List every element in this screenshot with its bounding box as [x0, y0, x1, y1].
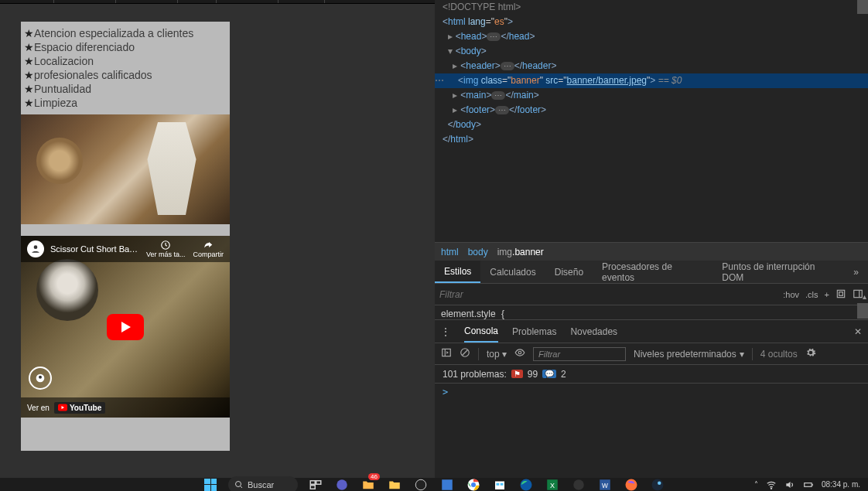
sidebar-toggle-icon[interactable] — [853, 288, 863, 301]
channel-logo-icon[interactable] — [29, 367, 52, 390]
barber-image — [21, 114, 230, 224]
devtools-panel: <!DOCTYPE html> <html lang="es"> ▸<head>… — [435, 0, 868, 478]
log-levels[interactable]: Niveles predeterminados ▾ — [634, 349, 744, 360]
dom-body[interactable]: ▾<body> — [435, 44, 868, 59]
styles-filter-input[interactable] — [439, 289, 783, 300]
dom-header[interactable]: ▸<header>⋯</header> — [435, 59, 868, 73]
tab-diseno[interactable]: Diseño — [545, 261, 593, 283]
task-view-icon[interactable] — [307, 476, 324, 492]
steam-icon[interactable] — [649, 476, 666, 492]
dom-head[interactable]: ▸<head>⋯</head> — [435, 29, 868, 44]
scrollbar[interactable] — [857, 0, 868, 14]
dom-footer[interactable]: ▸<footer>⋯</footer> — [435, 103, 868, 118]
app-icon[interactable] — [570, 476, 587, 492]
youtube-link[interactable]: YouTube — [54, 402, 105, 414]
svg-point-13 — [518, 351, 521, 354]
chrome-icon[interactable] — [465, 476, 482, 492]
list-item: ★Puntualidad — [21, 82, 230, 96]
svg-rect-18 — [310, 485, 315, 489]
tab-puntos[interactable]: Puntos de interrupción DOM — [713, 261, 844, 283]
app-icon[interactable] — [439, 476, 456, 492]
context-selector[interactable]: top ▾ — [487, 349, 507, 360]
problems-bar[interactable]: 101 problemas: ⚑99 💬2 — [435, 365, 868, 384]
tab-consola[interactable]: Consola — [464, 320, 498, 343]
list-item: ★profesionales calificados — [21, 68, 230, 82]
new-rule-icon[interactable]: + — [825, 290, 829, 299]
dom-html[interactable]: <html lang="es"> — [435, 15, 868, 29]
scrollbar[interactable] — [857, 303, 868, 319]
elements-tree[interactable]: <!DOCTYPE html> <html lang="es"> ▸<head>… — [435, 0, 868, 242]
excel-icon[interactable]: X — [544, 476, 561, 492]
firefox-icon[interactable] — [623, 476, 640, 492]
tab-estilos[interactable]: Estilos — [435, 261, 480, 283]
system-tray[interactable]: ˄ 08:34 p. m. — [754, 479, 860, 490]
dom-html-close[interactable]: </html> — [435, 132, 868, 147]
share-button[interactable]: Compartir — [193, 240, 224, 258]
store-icon[interactable] — [491, 476, 508, 492]
app-icon[interactable] — [412, 476, 429, 492]
console-filter-input[interactable]: Filtrar — [533, 347, 626, 361]
crumb-body[interactable]: body — [468, 247, 488, 257]
youtube-embed[interactable]: Scissor Cut Short Back and Sides ... Ver… — [21, 236, 230, 418]
list-item: ★Limpieza — [21, 96, 230, 110]
video-header: Scissor Cut Short Back and Sides ... Ver… — [21, 236, 230, 262]
svg-rect-7 — [854, 290, 863, 297]
svg-rect-16 — [310, 480, 315, 484]
tab-procesadores[interactable]: Procesadores de eventos — [593, 261, 713, 283]
cls-toggle[interactable]: .cls — [805, 290, 818, 299]
svg-rect-21 — [442, 479, 453, 490]
svg-text:X: X — [550, 481, 555, 489]
chevron-up-icon[interactable]: ˄ — [754, 480, 758, 489]
console-toolbar: top ▾ Filtrar Niveles predeterminados ▾ … — [435, 343, 868, 365]
watch-later-button[interactable]: Ver más ta... — [146, 240, 186, 258]
tab-problemas[interactable]: Problemas — [512, 320, 556, 343]
start-button[interactable] — [202, 476, 219, 492]
taskbar: Buscar 46 X W ˄ 08:34 p. m. — [0, 478, 868, 491]
channel-avatar-icon[interactable] — [27, 240, 44, 257]
word-icon[interactable]: W — [596, 476, 613, 492]
battery-icon[interactable] — [803, 479, 814, 490]
play-button[interactable] — [107, 314, 144, 340]
console-sidebar-icon[interactable] — [441, 347, 452, 360]
console-drawer: ⋮ Consola Problemas Novedades ✕ top ▾ Fi… — [435, 319, 868, 478]
error-flag-icon: ⚑ — [511, 370, 523, 378]
taskbar-search[interactable]: Buscar — [228, 476, 298, 492]
tab-strip — [0, 0, 435, 4]
computed-icon[interactable] — [836, 288, 846, 301]
close-icon[interactable]: ✕ — [854, 326, 862, 337]
drawer-tabs: ⋮ Consola Problemas Novedades ✕ — [435, 320, 868, 343]
scroll-up-icon[interactable]: ▴ — [863, 292, 866, 301]
tab-novedades[interactable]: Novedades — [570, 320, 617, 343]
clear-console-icon[interactable] — [460, 347, 470, 360]
hov-toggle[interactable]: :hov — [783, 290, 799, 299]
problems-label: 101 problemas: — [443, 369, 507, 380]
crumb-html[interactable]: html — [441, 247, 459, 257]
crumb-img[interactable]: img.banner — [497, 247, 544, 257]
edge-icon[interactable] — [518, 476, 535, 492]
eye-icon[interactable] — [514, 347, 525, 360]
wifi-icon[interactable] — [766, 479, 777, 490]
gear-icon[interactable] — [805, 347, 816, 360]
svg-rect-5 — [837, 290, 844, 297]
dom-main[interactable]: ▸<main>⋯</main> — [435, 88, 868, 103]
console-prompt[interactable]: > — [435, 384, 868, 401]
svg-line-15 — [241, 486, 243, 488]
more-tabs-icon[interactable]: » — [844, 261, 868, 283]
volume-icon[interactable] — [784, 479, 795, 490]
dom-img-selected[interactable]: ⋯ <img class="banner" src="banner/banner… — [435, 73, 868, 88]
breadcrumb[interactable]: html body img.banner — [435, 242, 868, 261]
hidden-count[interactable]: 4 ocultos — [760, 349, 798, 360]
dom-doctype[interactable]: <!DOCTYPE html> — [435, 0, 868, 15]
svg-point-20 — [415, 479, 426, 490]
explorer-icon[interactable]: 46 — [360, 476, 377, 492]
drawer-menu-icon[interactable]: ⋮ — [441, 326, 450, 337]
folder-icon[interactable] — [386, 476, 403, 492]
tab-calculados[interactable]: Calculados — [480, 261, 545, 283]
svg-point-35 — [658, 481, 661, 485]
page-content: ★Atencion especializada a clientes ★Espa… — [21, 22, 230, 451]
clock[interactable]: 08:34 p. m. — [822, 480, 860, 489]
dom-body-close[interactable]: </body> — [435, 118, 868, 132]
list-item: ★Atencion especializada a clientes — [21, 26, 230, 40]
chat-icon[interactable] — [333, 476, 350, 492]
svg-point-36 — [771, 488, 771, 489]
